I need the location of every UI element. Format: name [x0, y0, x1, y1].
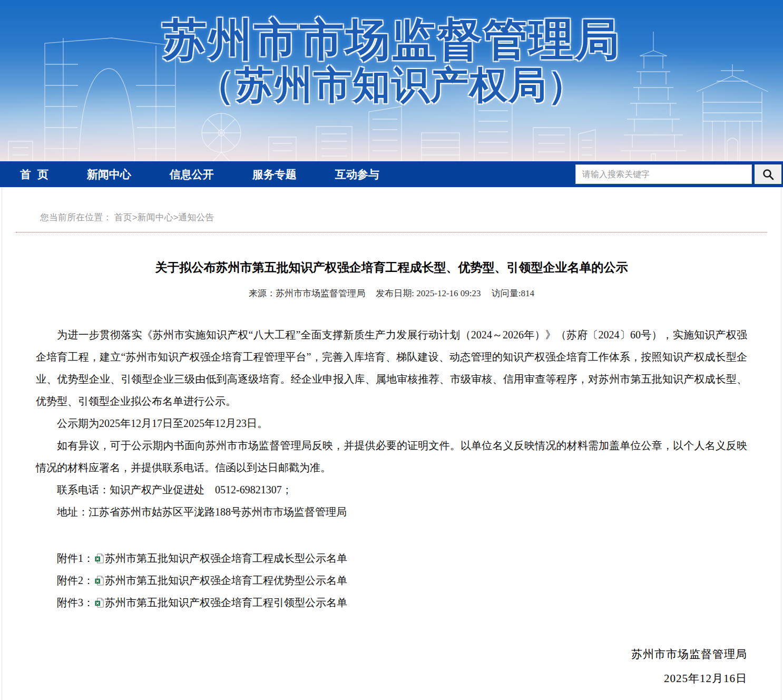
meta-source: 苏州市市场监督管理局 — [276, 288, 365, 298]
meta-views: 814 — [521, 288, 535, 298]
site-title: 苏州市市场监督管理局 — [0, 16, 783, 64]
paragraph: 公示期为2025年12月17日至2025年12月23日。 — [36, 412, 747, 434]
article-title: 关于拟公布苏州市第五批知识产权强企培育工程成长型、优势型、引领型企业名单的公示 — [50, 259, 733, 276]
attachment-row-3: 附件3：苏州市第五批知识产权强企培育工程引领型公示名单 — [36, 591, 747, 614]
article-body: 为进一步贯彻落实《苏州市实施知识产权“八大工程”全面支撑新质生产力发展行动计划（… — [36, 324, 747, 691]
attachment-link-growth-list[interactable]: 苏州市第五批知识产权强企培育工程成长型公示名单 — [105, 552, 347, 564]
site-title-block: 苏州市市场监督管理局 （苏州市知识产权局） — [0, 0, 783, 106]
breadcrumb-prefix: 您当前所在位置： — [40, 212, 112, 222]
nav-item-home[interactable]: 首 页 — [20, 167, 48, 182]
meta-views-label: 访问量: — [492, 288, 521, 298]
paragraph-contact-phone: 联系电话：知识产权产业促进处 0512-69821307； — [36, 479, 747, 501]
excel-file-icon — [94, 576, 104, 586]
breadcrumb-path[interactable]: 首页>新闻中心>通知公告 — [114, 212, 214, 222]
attachment-row-1: 附件1：苏州市第五批知识产权强企培育工程成长型公示名单 — [36, 547, 747, 569]
search-button[interactable] — [755, 164, 781, 184]
attachments-list: 附件1：苏州市第五批知识产权强企培育工程成长型公示名单 附件2：苏州市第五批知识… — [36, 547, 747, 614]
article-meta: 来源：苏州市市场监督管理局 发布日期: 2025-12-16 09:23 访问量… — [2, 287, 781, 299]
search-bar — [575, 164, 781, 184]
attachment-link-leading-list[interactable]: 苏州市第五批知识产权强企培育工程引领型公示名单 — [105, 597, 347, 608]
article-signature: 苏州市市场监督管理局 2025年12月16日 — [36, 642, 747, 691]
excel-file-icon — [94, 598, 104, 608]
attachment-label: 附件1： — [57, 552, 94, 564]
attachment-label: 附件3： — [57, 597, 94, 608]
attachment-link-advantage-list[interactable]: 苏州市第五批知识产权强企培育工程优势型公示名单 — [105, 575, 347, 586]
signature-date: 2025年12月16日 — [36, 666, 747, 691]
content-panel: 您当前所在位置： 首页>新闻中心>通知公告 关于拟公布苏州市第五批知识产权强企培… — [2, 187, 781, 700]
paragraph: 为进一步贯彻落实《苏州市实施知识产权“八大工程”全面支撑新质生产力发展行动计划（… — [36, 324, 747, 412]
breadcrumb: 您当前所在位置： 首页>新闻中心>通知公告 — [2, 187, 781, 232]
nav-item-service-topics[interactable]: 服务专题 — [252, 167, 297, 182]
site-banner: 苏州市市场监督管理局 （苏州市知识产权局） — [0, 0, 783, 161]
attachment-row-2: 附件2：苏州市第五批知识产权强企培育工程优势型公示名单 — [36, 569, 747, 591]
meta-date: 2025-12-16 09:23 — [416, 288, 481, 298]
excel-file-icon — [94, 553, 104, 563]
paragraph: 如有异议，可于公示期内书面向苏州市市场监督管理局反映，并提供必要的证明文件。以单… — [36, 434, 747, 479]
search-icon — [762, 168, 775, 181]
nav-item-news[interactable]: 新闻中心 — [87, 167, 131, 182]
breadcrumb-divider — [16, 232, 767, 232]
meta-date-label: 发布日期: — [376, 288, 414, 298]
paragraph-address: 地址：江苏省苏州市姑苏区平泷路188号苏州市市场监督管理局 — [36, 501, 747, 523]
search-input[interactable] — [575, 164, 752, 184]
site-subtitle: （苏州市知识产权局） — [0, 64, 783, 106]
attachment-label: 附件2： — [57, 575, 94, 586]
meta-source-label: 来源： — [249, 288, 276, 298]
signature-org: 苏州市市场监督管理局 — [36, 642, 747, 666]
nav-item-interaction[interactable]: 互动参与 — [335, 167, 379, 182]
main-nav: 首 页 新闻中心 信息公开 服务专题 互动参与 — [0, 161, 783, 187]
nav-item-info-disclosure[interactable]: 信息公开 — [170, 167, 214, 182]
